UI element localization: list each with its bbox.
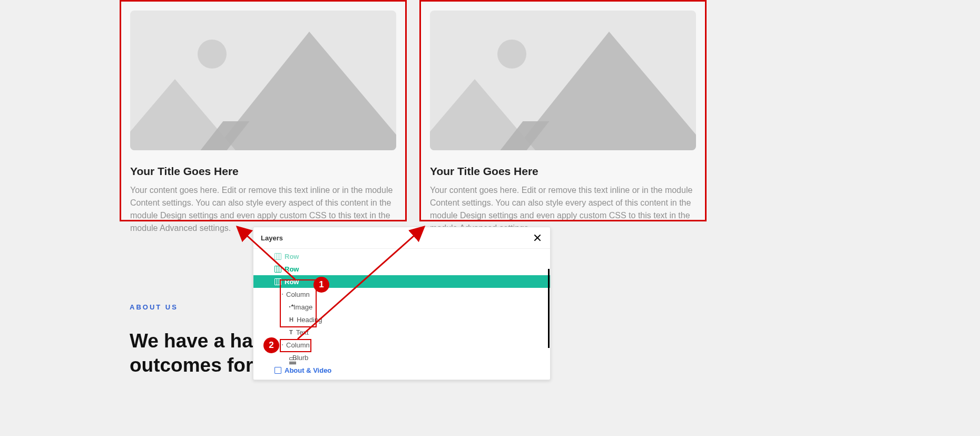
layer-blurb[interactable]: Blurb — [253, 351, 550, 364]
layers-list[interactable]: Row Row Row Column Image H Heading T Tex… — [253, 249, 550, 380]
section-icon — [275, 367, 281, 374]
row-icon — [275, 278, 281, 285]
layer-label: Column — [286, 290, 310, 298]
row-icon — [275, 266, 281, 273]
close-icon[interactable] — [532, 232, 543, 243]
text-icon: T — [289, 329, 293, 336]
layer-row-selected[interactable]: Row — [253, 275, 550, 288]
layer-text[interactable]: T Text — [253, 326, 550, 338]
image-icon — [289, 306, 290, 307]
layer-label: Text — [296, 328, 309, 336]
blurb-card-right[interactable]: Your Title Goes Here Your content goes h… — [419, 0, 707, 221]
layer-label: Row — [285, 265, 299, 273]
layers-panel[interactable]: Layers Row Row Row Column Image H Headin… — [253, 227, 551, 380]
layer-label: Row — [285, 253, 299, 260]
row-icon — [275, 253, 281, 260]
layer-row[interactable]: Row — [253, 263, 550, 275]
layer-label: Row — [285, 278, 299, 286]
image-placeholder[interactable] — [430, 11, 696, 150]
layers-panel-title: Layers — [261, 234, 283, 242]
annotation-badge-2: 2 — [263, 337, 279, 353]
layer-section[interactable]: About & Video — [253, 364, 550, 376]
layer-heading[interactable]: H Heading — [253, 313, 550, 326]
heading-icon: H — [289, 316, 293, 323]
image-placeholder[interactable] — [130, 11, 396, 150]
scrollbar[interactable] — [548, 269, 550, 348]
column-icon — [282, 344, 283, 345]
card-title[interactable]: Your Title Goes Here — [130, 165, 396, 178]
layer-image[interactable]: Image — [253, 301, 550, 313]
layers-panel-header: Layers — [253, 227, 550, 249]
layer-label: Column — [286, 341, 310, 349]
card-title[interactable]: Your Title Goes Here — [430, 165, 696, 178]
layer-column[interactable]: Column — [253, 338, 550, 351]
layer-column[interactable]: Column — [253, 288, 550, 301]
layer-label: Heading — [297, 316, 322, 324]
layer-row[interactable]: Row — [253, 250, 550, 263]
annotation-badge-1: 1 — [313, 277, 329, 293]
blurb-card-left[interactable]: Your Title Goes Here Your content goes h… — [120, 0, 407, 221]
column-icon — [282, 294, 283, 295]
layer-label: Image — [293, 303, 312, 311]
layer-label: About & Video — [285, 366, 331, 374]
